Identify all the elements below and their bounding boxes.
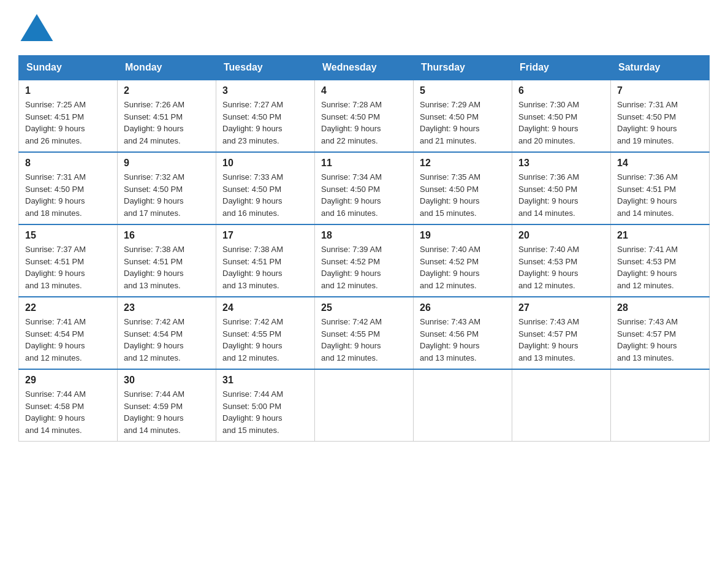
- calendar-table: SundayMondayTuesdayWednesdayThursdayFrid…: [18, 55, 710, 442]
- day-info: Sunrise: 7:42 AMSunset: 4:55 PMDaylight:…: [321, 317, 382, 362]
- calendar-day-3: 3 Sunrise: 7:27 AMSunset: 4:50 PMDayligh…: [216, 80, 315, 152]
- day-number: 20: [518, 230, 604, 241]
- day-info: Sunrise: 7:44 AMSunset: 4:58 PMDaylight:…: [25, 389, 86, 435]
- day-header-friday: Friday: [512, 56, 611, 80]
- calendar-day-31: 31 Sunrise: 7:44 AMSunset: 5:00 PMDaylig…: [216, 369, 315, 442]
- day-number: 5: [420, 85, 506, 96]
- calendar-day-16: 16 Sunrise: 7:38 AMSunset: 4:51 PMDaylig…: [118, 224, 216, 297]
- day-number: 9: [124, 158, 210, 169]
- calendar-week-4: 22 Sunrise: 7:41 AMSunset: 4:54 PMDaylig…: [19, 297, 710, 369]
- day-info: Sunrise: 7:41 AMSunset: 4:54 PMDaylight:…: [25, 317, 86, 362]
- calendar-day-26: 26 Sunrise: 7:43 AMSunset: 4:56 PMDaylig…: [414, 297, 512, 369]
- calendar-week-5: 29 Sunrise: 7:44 AMSunset: 4:58 PMDaylig…: [19, 369, 710, 442]
- calendar-day-27: 27 Sunrise: 7:43 AMSunset: 4:57 PMDaylig…: [512, 297, 611, 369]
- day-info: Sunrise: 7:42 AMSunset: 4:55 PMDaylight:…: [222, 317, 283, 362]
- days-header-row: SundayMondayTuesdayWednesdayThursdayFrid…: [19, 56, 710, 80]
- day-number: 28: [617, 302, 703, 313]
- calendar-week-3: 15 Sunrise: 7:37 AMSunset: 4:51 PMDaylig…: [19, 224, 710, 297]
- day-number: 3: [222, 85, 308, 96]
- day-info: Sunrise: 7:44 AMSunset: 4:59 PMDaylight:…: [124, 389, 184, 435]
- day-number: 27: [518, 302, 604, 313]
- day-number: 13: [518, 158, 604, 169]
- day-header-sunday: Sunday: [19, 56, 118, 80]
- day-number: 6: [518, 85, 604, 96]
- day-number: 7: [617, 85, 703, 96]
- calendar-day-25: 25 Sunrise: 7:42 AMSunset: 4:55 PMDaylig…: [315, 297, 414, 369]
- day-info: Sunrise: 7:38 AMSunset: 4:51 PMDaylight:…: [124, 245, 184, 290]
- calendar-day-19: 19 Sunrise: 7:40 AMSunset: 4:52 PMDaylig…: [414, 224, 512, 297]
- day-info: Sunrise: 7:41 AMSunset: 4:53 PMDaylight:…: [617, 245, 678, 290]
- calendar-day-5: 5 Sunrise: 7:29 AMSunset: 4:50 PMDayligh…: [414, 80, 512, 152]
- day-info: Sunrise: 7:40 AMSunset: 4:52 PMDaylight:…: [420, 245, 480, 290]
- svg-marker-0: [21, 14, 53, 41]
- day-number: 31: [222, 375, 308, 386]
- day-info: Sunrise: 7:43 AMSunset: 4:57 PMDaylight:…: [518, 317, 579, 362]
- calendar-day-2: 2 Sunrise: 7:26 AMSunset: 4:51 PMDayligh…: [118, 80, 216, 152]
- day-info: Sunrise: 7:43 AMSunset: 4:56 PMDaylight:…: [420, 317, 480, 362]
- day-number: 14: [617, 158, 703, 169]
- calendar-day-21: 21 Sunrise: 7:41 AMSunset: 4:53 PMDaylig…: [611, 224, 710, 297]
- calendar-week-2: 8 Sunrise: 7:31 AMSunset: 4:50 PMDayligh…: [19, 152, 710, 224]
- day-info: Sunrise: 7:28 AMSunset: 4:50 PMDaylight:…: [321, 100, 382, 145]
- day-number: 19: [420, 230, 506, 241]
- day-number: 18: [321, 230, 407, 241]
- calendar-empty: [512, 369, 611, 442]
- day-header-tuesday: Tuesday: [216, 56, 315, 80]
- day-number: 22: [25, 302, 111, 313]
- logo-triangle-icon: [18, 12, 55, 43]
- day-info: Sunrise: 7:32 AMSunset: 4:50 PMDaylight:…: [124, 172, 184, 218]
- calendar-day-8: 8 Sunrise: 7:31 AMSunset: 4:50 PMDayligh…: [19, 152, 118, 224]
- day-header-wednesday: Wednesday: [315, 56, 414, 80]
- day-number: 10: [222, 158, 308, 169]
- calendar-empty: [414, 369, 512, 442]
- calendar-day-12: 12 Sunrise: 7:35 AMSunset: 4:50 PMDaylig…: [414, 152, 512, 224]
- calendar-day-29: 29 Sunrise: 7:44 AMSunset: 4:58 PMDaylig…: [19, 369, 118, 442]
- day-info: Sunrise: 7:35 AMSunset: 4:50 PMDaylight:…: [420, 172, 480, 218]
- day-number: 25: [321, 302, 407, 313]
- day-info: Sunrise: 7:27 AMSunset: 4:50 PMDaylight:…: [222, 100, 283, 145]
- day-header-saturday: Saturday: [611, 56, 710, 80]
- calendar-empty: [611, 369, 710, 442]
- calendar-day-9: 9 Sunrise: 7:32 AMSunset: 4:50 PMDayligh…: [118, 152, 216, 224]
- calendar-day-13: 13 Sunrise: 7:36 AMSunset: 4:50 PMDaylig…: [512, 152, 611, 224]
- day-info: Sunrise: 7:33 AMSunset: 4:50 PMDaylight:…: [222, 172, 283, 218]
- day-number: 29: [25, 375, 111, 386]
- calendar-day-18: 18 Sunrise: 7:39 AMSunset: 4:52 PMDaylig…: [315, 224, 414, 297]
- day-number: 8: [25, 158, 111, 169]
- day-info: Sunrise: 7:31 AMSunset: 4:50 PMDaylight:…: [25, 172, 86, 218]
- calendar-day-14: 14 Sunrise: 7:36 AMSunset: 4:51 PMDaylig…: [611, 152, 710, 224]
- calendar-week-1: 1 Sunrise: 7:25 AMSunset: 4:51 PMDayligh…: [19, 80, 710, 152]
- day-number: 2: [124, 85, 210, 96]
- day-number: 15: [25, 230, 111, 241]
- day-number: 17: [222, 230, 308, 241]
- day-number: 16: [124, 230, 210, 241]
- day-info: Sunrise: 7:26 AMSunset: 4:51 PMDaylight:…: [124, 100, 184, 145]
- day-info: Sunrise: 7:43 AMSunset: 4:57 PMDaylight:…: [617, 317, 678, 362]
- calendar-header: SundayMondayTuesdayWednesdayThursdayFrid…: [19, 56, 710, 80]
- day-number: 26: [420, 302, 506, 313]
- calendar-day-22: 22 Sunrise: 7:41 AMSunset: 4:54 PMDaylig…: [19, 297, 118, 369]
- logo: [18, 12, 55, 43]
- page-header: [18, 12, 710, 43]
- day-number: 21: [617, 230, 703, 241]
- day-number: 11: [321, 158, 407, 169]
- calendar-day-20: 20 Sunrise: 7:40 AMSunset: 4:53 PMDaylig…: [512, 224, 611, 297]
- calendar-day-24: 24 Sunrise: 7:42 AMSunset: 4:55 PMDaylig…: [216, 297, 315, 369]
- calendar-day-1: 1 Sunrise: 7:25 AMSunset: 4:51 PMDayligh…: [19, 80, 118, 152]
- calendar-body: 1 Sunrise: 7:25 AMSunset: 4:51 PMDayligh…: [19, 80, 710, 442]
- day-info: Sunrise: 7:34 AMSunset: 4:50 PMDaylight:…: [321, 172, 382, 218]
- day-info: Sunrise: 7:39 AMSunset: 4:52 PMDaylight:…: [321, 245, 382, 290]
- calendar-day-6: 6 Sunrise: 7:30 AMSunset: 4:50 PMDayligh…: [512, 80, 611, 152]
- day-info: Sunrise: 7:31 AMSunset: 4:50 PMDaylight:…: [617, 100, 678, 145]
- calendar-day-11: 11 Sunrise: 7:34 AMSunset: 4:50 PMDaylig…: [315, 152, 414, 224]
- day-info: Sunrise: 7:36 AMSunset: 4:51 PMDaylight:…: [617, 172, 678, 218]
- day-info: Sunrise: 7:30 AMSunset: 4:50 PMDaylight:…: [518, 100, 579, 145]
- calendar-day-7: 7 Sunrise: 7:31 AMSunset: 4:50 PMDayligh…: [611, 80, 710, 152]
- day-header-thursday: Thursday: [414, 56, 512, 80]
- day-number: 24: [222, 302, 308, 313]
- day-info: Sunrise: 7:36 AMSunset: 4:50 PMDaylight:…: [518, 172, 579, 218]
- calendar-empty: [315, 369, 414, 442]
- day-number: 4: [321, 85, 407, 96]
- day-info: Sunrise: 7:40 AMSunset: 4:53 PMDaylight:…: [518, 245, 579, 290]
- day-info: Sunrise: 7:29 AMSunset: 4:50 PMDaylight:…: [420, 100, 480, 145]
